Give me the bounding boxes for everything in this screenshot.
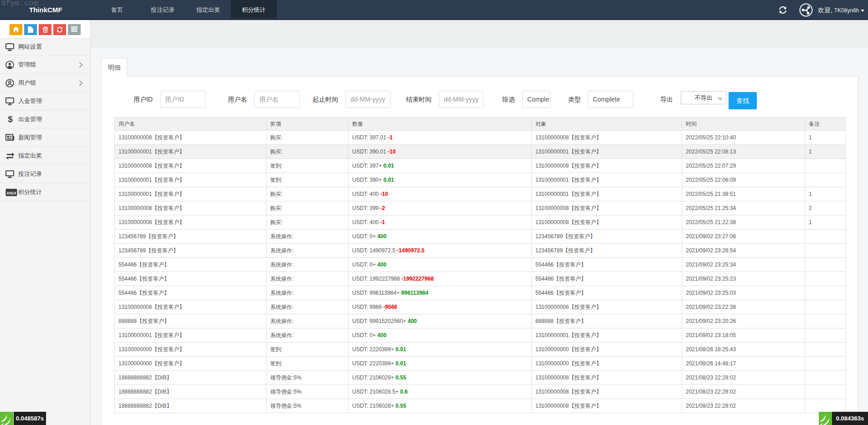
svg-text:VISA: VISA bbox=[6, 191, 16, 195]
